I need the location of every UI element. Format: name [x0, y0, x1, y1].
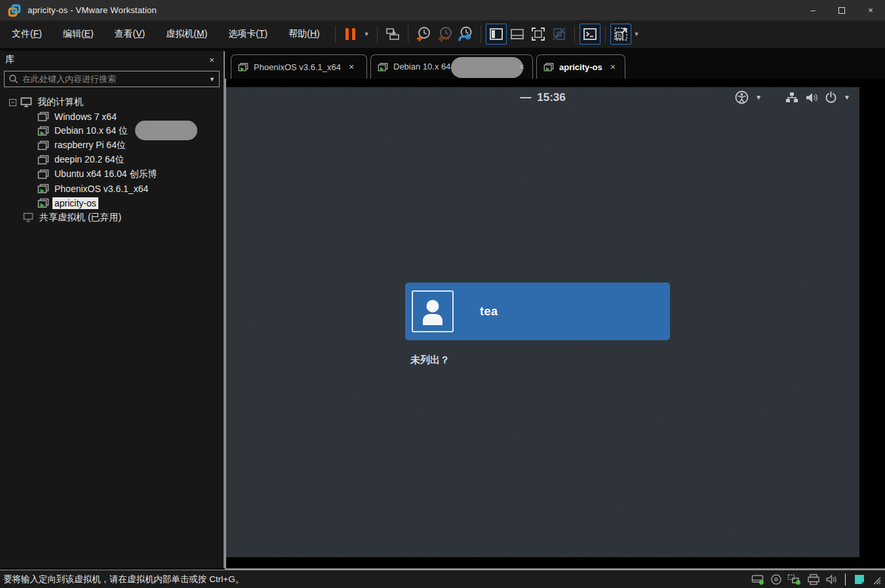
user-avatar-icon	[418, 296, 448, 326]
pause-icon	[345, 28, 355, 40]
collapse-icon[interactable]: −	[9, 99, 16, 106]
message-log-icon[interactable]	[854, 574, 865, 585]
tree-node-vm[interactable]: raspberry Pi 64位	[0, 138, 224, 153]
menu-toolbar: 文件(F) 编辑(E) 查看(V) 虚拟机(M) 选项卡(T) 帮助(H) ▼	[0, 20, 885, 49]
close-button[interactable]: ×	[856, 0, 885, 20]
library-search-box[interactable]: ▼	[4, 71, 220, 87]
status-bar: 要将输入定向到该虚拟机，请在虚拟机内部单击或按 Ctrl+G。	[0, 570, 885, 588]
unity-mode-button	[549, 24, 570, 45]
vm-icon	[37, 169, 49, 180]
gdm-clock[interactable]: — 15:36	[520, 91, 565, 104]
thumbnail-bar-icon	[510, 27, 524, 41]
tab-close-icon[interactable]: ×	[609, 62, 617, 72]
pause-dropdown-caret[interactable]: ▼	[361, 31, 372, 37]
tree-node-vm[interactable]: Ubuntu x64 16.04 创乐博	[0, 167, 224, 182]
toolbar-separator	[377, 26, 378, 43]
manage-snapshots-icon	[457, 26, 474, 43]
printer-icon[interactable]	[807, 574, 820, 585]
avatar	[412, 290, 454, 332]
menu-view[interactable]: 查看(V)	[108, 24, 152, 44]
gdm-status-icons: ▼	[735, 90, 850, 104]
svg-text:%: %	[617, 33, 621, 39]
fit-guest-icon: %	[613, 26, 629, 42]
maximize-icon	[838, 7, 845, 14]
power-caret-icon[interactable]: ▼	[844, 94, 850, 101]
vm-icon	[37, 155, 49, 165]
console-icon	[583, 27, 597, 41]
sound-icon[interactable]	[825, 574, 837, 585]
toolbar-separator	[481, 26, 481, 43]
vm-icon	[37, 140, 49, 151]
fullscreen-button[interactable]	[528, 24, 549, 45]
menu-tabs[interactable]: 选项卡(T)	[222, 24, 274, 44]
username-label: tea	[480, 305, 498, 319]
resize-grip[interactable]	[871, 574, 881, 585]
console-view-button[interactable]	[580, 24, 600, 45]
fit-guest-dropdown-caret[interactable]: ▼	[631, 31, 642, 37]
send-ctrl-alt-del-button[interactable]	[382, 24, 403, 45]
vm-pane: PhoenixOS v3.6.1_x64 × Debian 10.x 64 位 …	[225, 49, 885, 570]
tree-node-vm[interactable]: PhoenixOS v3.6.1_x64	[0, 182, 224, 196]
clock-time: 15:36	[537, 91, 565, 104]
vm-running-icon	[238, 62, 248, 72]
shared-vm-icon	[22, 212, 34, 223]
tree-node-my-computer[interactable]: − 我的计算机	[0, 95, 224, 109]
power-icon[interactable]	[825, 91, 837, 104]
menu-edit[interactable]: 编辑(E)	[56, 24, 100, 44]
library-title: 库	[5, 54, 205, 66]
search-input[interactable]	[22, 74, 205, 84]
manage-snapshots-button[interactable]	[455, 24, 476, 45]
network-icon[interactable]	[785, 92, 798, 104]
search-dropdown-caret[interactable]: ▼	[205, 76, 215, 83]
toolbar-separator	[574, 26, 575, 43]
library-close-icon[interactable]: ×	[205, 55, 218, 65]
menu-file[interactable]: 文件(F)	[5, 24, 49, 44]
cd-rom-icon[interactable]	[770, 574, 782, 585]
computer-icon	[20, 97, 32, 108]
guest-screen[interactable]: — 15:36 ▼	[226, 87, 859, 557]
tree-node-shared-vms[interactable]: 共享虚拟机 (已弃用)	[0, 210, 224, 225]
tab-bar: PhoenixOS v3.6.1_x64 × Debian 10.x 64 位 …	[225, 49, 885, 79]
fit-guest-button[interactable]: %	[610, 24, 631, 45]
library-header: 库 ×	[0, 51, 224, 68]
vm-running-icon	[37, 184, 49, 194]
take-snapshot-button[interactable]	[413, 24, 434, 45]
tree-node-vm-selected[interactable]: apricity-os	[0, 196, 224, 210]
unity-mode-icon	[551, 26, 567, 42]
tab-apricity-os[interactable]: apricity-os ×	[536, 54, 625, 79]
device-status-icons	[751, 574, 885, 585]
show-thumbnail-bar-button[interactable]	[507, 24, 528, 45]
menu-vm[interactable]: 虚拟机(M)	[159, 24, 214, 44]
fullscreen-icon	[530, 26, 546, 42]
accessibility-icon[interactable]	[735, 90, 749, 104]
network-adapter-icon[interactable]	[787, 574, 802, 585]
redaction-blob	[451, 57, 523, 78]
vm-tree: − 我的计算机 Windows 7 x64	[0, 95, 224, 225]
vmware-workstation-window: apricity-os - VMware Workstation – × 文件(…	[0, 0, 885, 588]
gdm-top-bar: — 15:36 ▼	[226, 87, 859, 108]
tab-close-icon[interactable]: ×	[347, 62, 355, 72]
not-listed-link[interactable]: 未列出？	[410, 354, 450, 366]
hard-disk-icon[interactable]	[751, 574, 765, 585]
tab-phoenixos[interactable]: PhoenixOS v3.6.1_x64 ×	[231, 54, 367, 79]
tab-close-icon[interactable]: ×	[518, 62, 526, 72]
user-login-button[interactable]: tea	[405, 283, 670, 340]
search-icon	[9, 74, 18, 84]
show-library-button[interactable]	[486, 24, 507, 45]
pause-vm-button[interactable]	[340, 24, 361, 45]
library-panel-icon	[489, 27, 503, 41]
vm-display-area[interactable]: — 15:36 ▼	[225, 79, 885, 570]
maximize-button[interactable]	[827, 0, 856, 20]
toolbar-separator	[408, 26, 408, 43]
revert-snapshot-button[interactable]	[434, 24, 455, 45]
window-controls: – ×	[798, 0, 885, 20]
status-message: 要将输入定向到该虚拟机，请在虚拟机内部单击或按 Ctrl+G。	[0, 574, 751, 585]
clock-dash: —	[520, 91, 531, 104]
volume-icon[interactable]	[805, 92, 818, 104]
tab-debian[interactable]: Debian 10.x 64 位 ×	[370, 54, 533, 79]
menu-help[interactable]: 帮助(H)	[282, 24, 326, 44]
vm-running-icon	[378, 62, 388, 72]
tree-node-vm[interactable]: deepin 20.2 64位	[0, 153, 224, 167]
minimize-button[interactable]: –	[798, 0, 827, 20]
accessibility-caret-icon[interactable]: ▼	[755, 94, 762, 101]
